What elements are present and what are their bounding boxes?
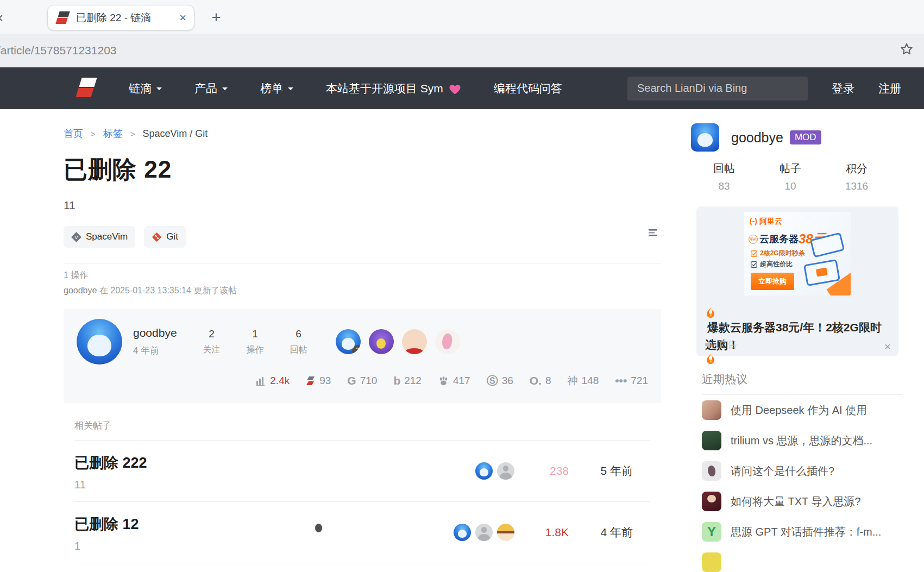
avatar[interactable]: 3	[336, 329, 361, 354]
tag-git[interactable]: Git	[144, 226, 186, 248]
hot-item[interactable]: 请问这个是什么插件?	[702, 456, 903, 486]
update-author-link[interactable]: goodbye	[64, 286, 97, 295]
ad-banner-image[interactable]: (-) 阿里云 爆款 云服务器 38元 /年 2核2G限时秒杀 超高性价比 立即…	[744, 212, 851, 296]
liandi-logo-icon[interactable]	[76, 76, 96, 101]
browser-tabstrip: × 已删除 22 - 链滴 × +	[0, 0, 924, 34]
article-subtitle: 11	[64, 199, 661, 212]
avatar	[702, 431, 721, 450]
operation-count: 1 操作	[64, 270, 661, 281]
hot-discussions-section: 近期热议 使用 Deepseek 作为 AI 使用 trilium vs 思源，…	[702, 372, 903, 572]
tab-close-icon[interactable]: ×	[179, 11, 186, 25]
ad-card: (-) 阿里云 爆款 云服务器 38元 /年 2核2G限时秒杀 超高性价比 立即…	[696, 206, 898, 356]
profile-name[interactable]: goodbye	[731, 130, 783, 146]
baidu-paw-icon	[438, 375, 449, 387]
post-card: goodbye 4 年前 2 关注 1 操作 6 回帖 3	[64, 309, 661, 403]
hot-item[interactable]	[702, 547, 903, 572]
more-dots-icon: •••	[615, 374, 627, 387]
hot-item-title[interactable]: trilium vs 思源，思源的文档...	[731, 433, 872, 448]
stat-bing-value: 212	[404, 375, 422, 387]
avatar[interactable]	[497, 524, 514, 541]
related-post-meta: 1.8K 4 年前	[454, 524, 633, 541]
related-post-subtitle: 11	[74, 479, 650, 491]
avatar[interactable]	[402, 329, 427, 354]
related-post-count: 1.8K	[514, 526, 569, 539]
bookmark-star-icon[interactable]	[899, 42, 914, 57]
tag-spacevim-label: SpaceVim	[86, 231, 128, 242]
liandi-logo-icon	[306, 375, 316, 386]
nav-menu-liandi[interactable]: 链滴	[129, 81, 162, 96]
new-tab-button[interactable]: +	[205, 7, 227, 28]
ad-buy-button[interactable]: 立即抢购	[751, 273, 794, 290]
breadcrumb-separator: >	[130, 129, 135, 139]
breadcrumb: 首页 > 标签 > SpaceVim / Git	[64, 127, 661, 140]
avatar[interactable]	[475, 524, 493, 541]
breadcrumb-separator: >	[91, 129, 96, 139]
profile-stat-value: 1316	[824, 180, 890, 192]
metric-reply-value: 6	[290, 328, 307, 340]
browser-tab[interactable]: 已删除 22 - 链滴 ×	[47, 5, 194, 30]
avatar	[702, 461, 721, 481]
fire-icon	[705, 353, 890, 365]
stat-views-value: 2.4k	[270, 375, 290, 387]
ad-text[interactable]: 爆款云服务器38元/年！2核2G限时选购！	[704, 296, 891, 376]
avatar[interactable]	[77, 319, 122, 364]
breadcrumb-tags-link[interactable]: 标签	[103, 127, 123, 140]
hot-item-title[interactable]: 如何将大量 TXT 导入思源?	[731, 494, 861, 509]
stat-sogou: Ⓢ 36	[487, 373, 513, 388]
related-post-time: 4 年前	[569, 525, 633, 540]
breadcrumb-current: SpaceVim / Git	[143, 128, 208, 140]
hot-item-title[interactable]: 使用 Deepseek 作为 AI 使用	[731, 403, 867, 418]
hot-item-title[interactable]: 思源 GPT 对话插件推荐：f-m...	[731, 525, 881, 539]
nav-menu-product[interactable]: 产品	[194, 81, 228, 96]
megaphone-icon	[704, 340, 714, 349]
stat-baidu-value: 417	[453, 375, 470, 387]
nav-link-qna[interactable]: 编程代码问答	[494, 81, 562, 96]
related-post-meta: 238 5 年前	[475, 462, 633, 480]
post-author-name[interactable]: goodbye	[133, 326, 177, 340]
metric-follow-label: 关注	[203, 344, 221, 356]
nav-link-sym[interactable]: 本站基于开源项目 Sym	[326, 81, 461, 96]
nav-menu-ranking-label: 榜单	[260, 81, 283, 96]
avatar	[702, 492, 721, 511]
hot-badge: 爆款	[749, 235, 758, 244]
login-link[interactable]: 登录	[832, 81, 854, 96]
ad-check-line: 2核2G限时秒杀	[751, 249, 805, 258]
list-view-icon[interactable]	[647, 227, 659, 239]
related-post-row: Ubuntu touch 20.04 系统成功登陆	[74, 563, 650, 572]
stat-baidu: 417	[438, 375, 470, 387]
nav-menu-ranking[interactable]: 榜单	[260, 81, 293, 96]
section-divider	[64, 263, 661, 263]
hot-item[interactable]: 使用 Deepseek 作为 AI 使用	[702, 395, 903, 425]
avatar[interactable]	[369, 329, 394, 354]
related-post-row: 已删除 12 1 1.8K 4 年前	[74, 502, 650, 563]
browser-urlbar[interactable]: /article/1578571231203	[0, 34, 924, 67]
url-text[interactable]: /article/1578571231203	[0, 44, 117, 57]
avatar[interactable]	[435, 329, 460, 354]
hot-item[interactable]: trilium vs 思源，思源的文档...	[702, 425, 903, 456]
breadcrumb-home-link[interactable]: 首页	[64, 127, 83, 140]
close-icon[interactable]: ×	[884, 340, 891, 353]
liandi-favicon-icon	[55, 10, 70, 26]
svg-text:V: V	[74, 234, 78, 240]
hot-item-title[interactable]: 请问这个是什么插件?	[731, 464, 834, 479]
hot-item[interactable]: 如何将大量 TXT 导入思源?	[702, 486, 903, 517]
nav-menu-liandi-label: 链滴	[129, 81, 152, 96]
avatar	[702, 400, 721, 420]
avatar	[702, 552, 721, 572]
avatar[interactable]	[497, 462, 514, 480]
avatar[interactable]	[454, 524, 471, 541]
chevron-down-icon	[288, 87, 293, 93]
search-input[interactable]	[627, 77, 808, 100]
tag-spacevim[interactable]: V SpaceVim	[64, 226, 135, 248]
partial-close-icon[interactable]: ×	[0, 10, 3, 27]
register-link[interactable]: 注册	[878, 81, 901, 96]
stat-bing: b 212	[393, 374, 422, 387]
hot-item[interactable]: Y 思源 GPT 对话插件推荐：f-m...	[702, 517, 903, 547]
page-title: 已删除 22	[64, 154, 661, 186]
check-icon	[751, 261, 757, 268]
metric-reply-label: 回帖	[290, 344, 307, 356]
mod-badge: MOD	[790, 130, 821, 144]
avatar[interactable]	[691, 123, 719, 152]
stat-liandi: 93	[306, 375, 331, 387]
avatar[interactable]	[475, 462, 493, 480]
